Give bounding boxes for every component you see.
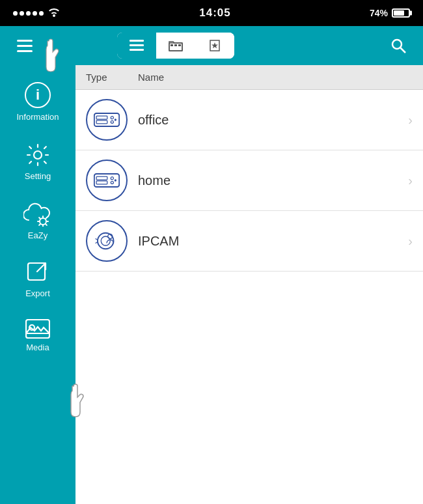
svg-rect-3 — [169, 43, 182, 51]
hamburger-line-2 — [17, 45, 33, 47]
signal-icon — [13, 11, 44, 16]
sidebar-item-information[interactable]: i Information — [0, 72, 75, 132]
sidebar-item-media-label: Media — [26, 343, 49, 352]
hamburger-line-3 — [17, 50, 33, 52]
status-bar: 14:05 74% — [0, 0, 423, 26]
content-area: Type Name office › — [75, 65, 423, 504]
svg-point-19 — [111, 117, 113, 119]
search-button[interactable] — [384, 31, 413, 60]
status-left — [13, 7, 61, 20]
svg-point-21 — [115, 119, 116, 120]
export-icon — [26, 261, 49, 285]
device-row[interactable]: office › — [75, 90, 423, 150]
toolbar — [0, 26, 423, 65]
device-type-icon-nvr-home — [86, 160, 128, 201]
col-header-type: Type — [86, 72, 138, 83]
svg-point-11 — [40, 218, 46, 225]
sidebar-item-export[interactable]: Export — [0, 251, 75, 309]
main-layout: i Information Setting Ea — [0, 65, 423, 504]
hamburger-button[interactable] — [10, 31, 39, 60]
svg-rect-1 — [130, 44, 144, 46]
svg-point-26 — [111, 181, 113, 184]
svg-point-10 — [34, 151, 42, 159]
battery-icon — [392, 8, 410, 18]
svg-rect-6 — [178, 44, 181, 46]
eazy-icon — [23, 202, 52, 227]
svg-point-27 — [115, 179, 116, 181]
device-name-ipcam: IPCAM — [138, 234, 408, 249]
device-type-icon-nvr — [86, 99, 128, 141]
svg-rect-17 — [96, 116, 107, 119]
chevron-right-icon: › — [408, 173, 413, 188]
chevron-right-icon: › — [408, 234, 413, 249]
tab-folder[interactable] — [156, 33, 195, 59]
sidebar-item-setting-label: Setting — [25, 171, 51, 181]
tab-list[interactable] — [117, 33, 156, 59]
svg-rect-4 — [171, 44, 173, 46]
sidebar-item-setting[interactable]: Setting — [0, 132, 75, 191]
column-headers: Type Name — [75, 65, 423, 90]
device-row[interactable]: IPCAM › — [75, 211, 423, 272]
col-header-name: Name — [138, 72, 413, 83]
svg-line-9 — [400, 48, 405, 53]
svg-rect-5 — [174, 44, 177, 46]
svg-line-13 — [37, 264, 45, 272]
device-type-icon-ipcam — [86, 220, 128, 262]
setting-icon — [25, 143, 50, 167]
wifi-icon — [48, 7, 61, 20]
svg-rect-23 — [96, 176, 107, 180]
sidebar-item-media[interactable]: Media — [0, 309, 75, 363]
svg-point-20 — [111, 120, 113, 123]
media-icon — [25, 319, 50, 339]
sidebar-item-eazy[interactable]: EaZy — [0, 191, 75, 251]
svg-rect-2 — [130, 49, 144, 51]
svg-rect-18 — [96, 120, 107, 124]
battery-percentage: 74% — [370, 8, 388, 18]
sidebar-item-information-label: Information — [16, 112, 59, 122]
svg-point-25 — [111, 177, 113, 180]
device-name-office: office — [138, 113, 408, 128]
sidebar-item-export-label: Export — [25, 288, 50, 298]
device-list: office › home › — [75, 90, 423, 504]
tab-favorites[interactable] — [195, 33, 234, 59]
chevron-right-icon: › — [408, 113, 413, 128]
svg-rect-0 — [130, 40, 144, 42]
information-icon: i — [25, 82, 51, 108]
status-time: 14:05 — [199, 7, 230, 20]
svg-point-8 — [392, 40, 402, 49]
status-right: 74% — [370, 8, 410, 18]
svg-point-28 — [98, 233, 114, 249]
device-name-home: home — [138, 173, 408, 188]
sidebar: i Information Setting Ea — [0, 65, 75, 504]
svg-marker-7 — [212, 42, 218, 48]
view-tabs — [117, 33, 234, 59]
device-row[interactable]: home › — [75, 150, 423, 211]
hamburger-line-1 — [17, 40, 33, 42]
sidebar-item-eazy-label: EaZy — [28, 231, 48, 240]
svg-rect-24 — [96, 181, 107, 184]
